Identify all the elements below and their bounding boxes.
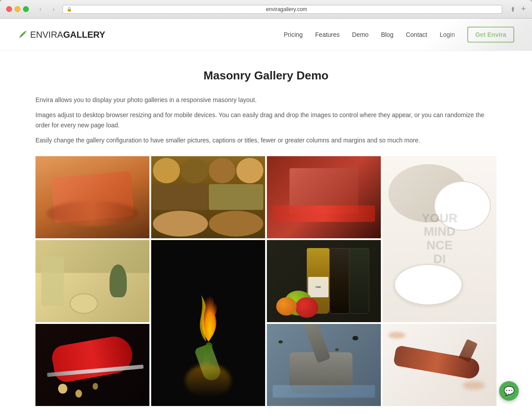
traffic-lights[interactable]	[6, 6, 29, 12]
minimize-button[interactable]	[15, 6, 20, 12]
gallery-item-6[interactable]	[151, 240, 265, 406]
masonry-gallery: YOURMINDNCEDI	[35, 156, 497, 406]
nav-features[interactable]: Features	[315, 31, 340, 38]
main-nav: Pricing Features Demo Blog Contact Login…	[284, 27, 514, 43]
nav-demo[interactable]: Demo	[352, 31, 368, 38]
gallery-item-8[interactable]	[35, 324, 149, 406]
gallery-item-4[interactable]: YOURMINDNCEDI	[383, 156, 497, 322]
nav-login[interactable]: Login	[440, 31, 455, 38]
description-1: Envira allows you to display your photo …	[35, 95, 497, 105]
new-tab-button[interactable]: +	[521, 4, 526, 14]
gallery-item-9[interactable]	[267, 324, 381, 406]
leaf-icon	[18, 30, 27, 39]
description-2: Images adjust to desktop browser resizin…	[35, 110, 497, 130]
nav-contact[interactable]: Contact	[406, 31, 427, 38]
address-bar[interactable]	[74, 6, 498, 12]
nav-blog[interactable]: Blog	[381, 31, 393, 38]
gallery-item-7[interactable]: FINI	[267, 240, 381, 322]
nav-pricing[interactable]: Pricing	[284, 31, 303, 38]
logo[interactable]: ENVIRAGALLERY	[18, 30, 105, 40]
gallery-item-2[interactable]	[151, 156, 265, 238]
site-header: ENVIRAGALLERY Pricing Features Demo Blog…	[0, 19, 532, 51]
share-button[interactable]: ⬆	[509, 5, 517, 14]
get-envira-button[interactable]: Get Envira	[467, 27, 514, 43]
address-bar-container: 🔒	[63, 5, 502, 14]
back-button[interactable]: ‹	[35, 5, 46, 14]
close-button[interactable]	[6, 6, 12, 12]
maximize-button[interactable]	[23, 6, 29, 12]
gallery-item-1[interactable]	[35, 156, 149, 238]
logo-text: ENVIRAGALLERY	[30, 30, 105, 40]
page-title: Masonry Gallery Demo	[35, 69, 497, 83]
website-content: ENVIRAGALLERY Pricing Features Demo Blog…	[0, 19, 532, 414]
gallery-item-5[interactable]	[35, 240, 149, 322]
gallery-item-10[interactable]	[383, 324, 497, 406]
main-content: Masonry Gallery Demo Envira allows you t…	[18, 51, 514, 414]
forward-button[interactable]: ›	[48, 5, 59, 14]
gallery-item-3[interactable]	[267, 156, 381, 238]
chat-bubble[interactable]: 💬	[499, 381, 519, 401]
lock-icon: 🔒	[66, 7, 72, 12]
browser-nav: ‹ ›	[35, 5, 59, 14]
chat-icon: 💬	[504, 386, 515, 396]
description-3: Easily change the gallery configuration …	[35, 135, 497, 145]
browser-actions: ⬆	[509, 5, 517, 14]
